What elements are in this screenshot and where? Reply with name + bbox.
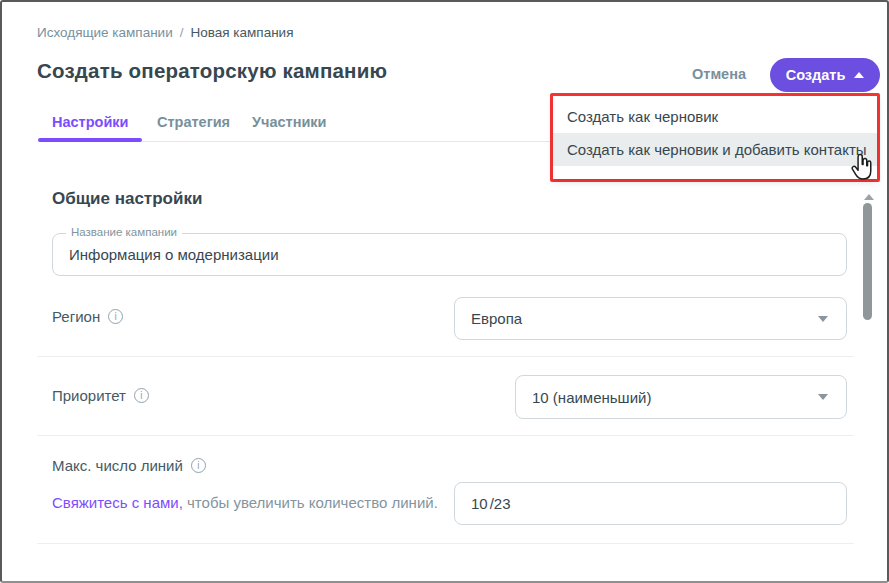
chevron-up-icon: [854, 72, 864, 78]
region-value: Европа: [455, 310, 522, 327]
menu-item-create-draft[interactable]: Создать как черновик: [553, 100, 877, 133]
cancel-button[interactable]: Отмена: [692, 66, 746, 82]
scrollbar-up-arrow[interactable]: [864, 194, 874, 200]
create-dropdown-menu: Создать как черновик Создать как чернови…: [553, 96, 877, 179]
priority-label: Приоритет: [52, 387, 126, 404]
row-divider: [37, 356, 854, 357]
max-lines-value: 10: [455, 495, 488, 512]
info-icon[interactable]: i: [191, 458, 206, 473]
max-lines-note: Свяжитесь с нами, чтобы увеличить количе…: [52, 494, 438, 511]
info-icon[interactable]: i: [134, 388, 149, 403]
priority-select[interactable]: 10 (наименьший): [515, 375, 847, 419]
breadcrumb-separator: /: [180, 25, 184, 40]
annotation-red-box: Создать как черновик Создать как чернови…: [550, 93, 880, 182]
active-tab-indicator: [38, 138, 142, 142]
section-title: Общие настройки: [52, 189, 202, 209]
row-divider: [37, 543, 854, 544]
app-window: Исходящие кампании/Новая кампания Создат…: [0, 0, 889, 583]
chevron-down-icon: [818, 316, 828, 322]
campaign-name-input[interactable]: Название кампании Информация о модерниза…: [52, 233, 847, 276]
tab-strategy[interactable]: Стратегия: [157, 114, 230, 130]
campaign-name-value: Информация о модернизации: [53, 246, 279, 263]
chevron-down-icon: [818, 394, 828, 400]
region-label: Регион: [52, 308, 100, 325]
priority-value: 10 (наименьший): [516, 389, 651, 406]
note-text: чтобы увеличить количество линий.: [183, 494, 438, 511]
breadcrumb-parent[interactable]: Исходящие кампании: [37, 25, 173, 40]
tab-participants[interactable]: Участники: [252, 114, 327, 130]
contact-us-link[interactable]: Свяжитесь с нами,: [52, 494, 183, 511]
region-select[interactable]: Европа: [454, 297, 847, 340]
priority-label-row: Приоритет i: [52, 387, 149, 404]
scrollbar-thumb[interactable]: [863, 203, 872, 320]
row-divider: [37, 435, 854, 436]
campaign-name-label: Название кампании: [66, 226, 182, 238]
page-title: Создать операторскую кампанию: [37, 59, 387, 83]
max-lines-label: Макс. число линий: [52, 457, 183, 474]
breadcrumb-current: Новая кампания: [190, 25, 293, 40]
region-label-row: Регион i: [52, 308, 123, 325]
info-icon[interactable]: i: [108, 309, 123, 324]
tab-settings[interactable]: Настройки: [52, 114, 129, 130]
menu-item-create-draft-add-contacts[interactable]: Создать как черновик и добавить контакты: [553, 133, 877, 166]
max-lines-label-row: Макс. число линий i: [52, 457, 206, 474]
create-button-label: Создать: [786, 67, 846, 83]
max-lines-limit: /23: [488, 495, 511, 512]
create-button[interactable]: Создать: [770, 58, 880, 92]
max-lines-input[interactable]: 10 /23: [454, 482, 847, 525]
breadcrumb: Исходящие кампании/Новая кампания: [37, 25, 293, 40]
